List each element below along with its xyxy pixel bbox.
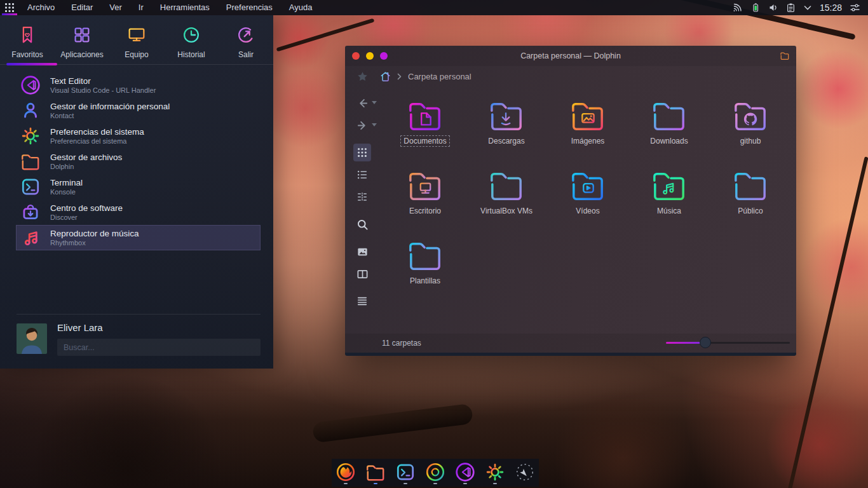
folder-label: Imágenes <box>568 135 608 147</box>
list-view-icon <box>356 169 368 180</box>
details-view-button[interactable] <box>353 188 371 206</box>
folder-plantillas[interactable]: Plantillas <box>384 233 466 302</box>
dock-file-manager[interactable] <box>364 460 387 485</box>
firefox-icon <box>335 461 356 483</box>
folder-app-icon <box>780 51 790 60</box>
favorite-star-icon[interactable] <box>357 71 368 82</box>
running-indicator <box>463 483 467 484</box>
dock-system-settings[interactable] <box>484 460 506 485</box>
folder-descargas[interactable]: Descargas <box>466 93 547 163</box>
battery-icon[interactable] <box>750 3 761 13</box>
launcher-active-underline <box>2 13 17 15</box>
app-subtitle: Kontact <box>50 112 170 119</box>
dock-vscode[interactable] <box>454 460 477 485</box>
breadcrumb[interactable]: Carpeta personal <box>379 71 471 83</box>
terminal-icon <box>395 461 416 483</box>
search-button[interactable] <box>353 215 371 233</box>
person-icon <box>20 100 41 121</box>
dock-latte[interactable] <box>513 460 536 485</box>
back-button[interactable] <box>353 94 371 112</box>
folder-label: Descargas <box>485 135 527 147</box>
tab-label: Equipo <box>125 50 148 59</box>
folder-musica[interactable]: Música <box>628 163 710 233</box>
folder-downloads[interactable]: Downloads <box>628 93 710 163</box>
folder-virtualbox[interactable]: VirtualBox VMs <box>466 163 547 233</box>
icons-view-button[interactable] <box>353 144 371 161</box>
app-row-text-editor[interactable]: Text Editor Visual Studio Code - URL Han… <box>16 72 261 98</box>
app-subtitle: Konsole <box>50 188 83 196</box>
chevron-right-icon <box>397 73 402 80</box>
gear-icon <box>20 125 41 147</box>
clock[interactable]: 15:28 <box>820 3 842 13</box>
menu-editar[interactable]: Editar <box>63 0 101 15</box>
folder-videos[interactable]: Vídeos <box>547 163 628 233</box>
folder-escritorio[interactable]: Escritorio <box>384 163 466 233</box>
menu-archivo[interactable]: Archivo <box>19 0 63 15</box>
menu-ayuda[interactable]: Ayuda <box>281 0 321 15</box>
launcher-tabs: Favoritos Aplicaciones Equipo <box>0 15 273 65</box>
list-view-button[interactable] <box>353 166 371 184</box>
app-row-rhythmbox[interactable]: Reproductor de música Rhythmbox <box>16 225 261 250</box>
split-view-button[interactable] <box>353 265 371 283</box>
music-note-icon <box>20 227 41 248</box>
folder-github[interactable]: github <box>710 93 791 163</box>
dock-firefox[interactable] <box>334 460 357 485</box>
slider-handle[interactable] <box>700 337 711 348</box>
image-preview-icon <box>356 246 369 258</box>
folder-publico[interactable]: Público <box>710 163 791 233</box>
user-name: Eliver Lara <box>57 322 103 333</box>
chevron-down-icon[interactable] <box>803 3 812 12</box>
folder-label: Vídeos <box>573 205 602 217</box>
window-title: Carpeta personal — Dolphin <box>345 51 796 60</box>
dock-chromium[interactable] <box>424 460 447 485</box>
global-menubar: Archivo Editar Ver Ir Herramientas Prefe… <box>0 0 868 15</box>
search-icon <box>356 219 369 231</box>
app-title: Gestor de información personal <box>50 102 170 112</box>
folder-imagenes[interactable]: Imágenes <box>547 93 628 163</box>
arrow-left-icon <box>356 97 369 109</box>
app-row-konsole[interactable]: Terminal Konsole <box>16 174 261 200</box>
clipboard-icon[interactable] <box>786 3 796 13</box>
app-row-system-settings[interactable]: Preferencias del sistema Preferencias de… <box>16 123 261 149</box>
forward-button[interactable] <box>353 116 371 134</box>
tab-equipo[interactable]: Equipo <box>109 24 164 64</box>
app-row-dolphin[interactable]: Gestor de archivos Dolphin <box>16 149 261 174</box>
dropdown-caret-icon[interactable] <box>372 101 377 104</box>
dropdown-caret-icon[interactable] <box>372 123 377 126</box>
search-input[interactable] <box>57 339 261 356</box>
avatar[interactable] <box>17 323 47 354</box>
gear-icon <box>484 461 506 483</box>
folder-github-icon <box>731 98 770 132</box>
tab-label: Historial <box>177 50 205 59</box>
folder-documentos[interactable]: Documentos <box>384 93 466 163</box>
tab-aplicaciones[interactable]: Aplicaciones <box>55 24 109 64</box>
leave-icon <box>235 24 257 46</box>
tab-historial[interactable]: Historial <box>164 24 219 64</box>
menu-button[interactable] <box>353 292 371 310</box>
folder-label: github <box>737 135 764 147</box>
app-row-discover[interactable]: Centro de software Discover <box>16 200 261 225</box>
app-row-kontact[interactable]: Gestor de información personal Kontact <box>16 98 261 123</box>
running-indicator <box>344 483 348 484</box>
preview-button[interactable] <box>353 243 371 261</box>
tab-favoritos[interactable]: Favoritos <box>0 24 55 64</box>
app-grid-icon <box>71 24 93 46</box>
grid-launcher-icon <box>5 3 14 12</box>
folder-icon <box>20 151 41 172</box>
app-launcher-button[interactable] <box>0 0 19 15</box>
zoom-slider[interactable] <box>666 342 790 344</box>
volume-icon[interactable] <box>768 3 778 13</box>
titlebar[interactable]: Carpeta personal — Dolphin <box>345 46 796 66</box>
folder-icon <box>649 98 689 132</box>
menu-ver[interactable]: Ver <box>101 0 130 15</box>
menu-ir[interactable]: Ir <box>130 0 152 15</box>
running-indicator <box>493 483 497 484</box>
menu-preferencias[interactable]: Preferencias <box>218 0 281 15</box>
tab-salir[interactable]: Salir <box>219 24 273 64</box>
sliders-icon[interactable] <box>850 3 860 13</box>
status-text: 11 carpetas <box>382 339 421 348</box>
menu-herramientas[interactable]: Herramientas <box>152 0 218 15</box>
location-toolbar: Carpeta personal <box>345 66 796 86</box>
network-icon[interactable] <box>732 3 743 13</box>
dock-konsole[interactable] <box>394 460 417 485</box>
